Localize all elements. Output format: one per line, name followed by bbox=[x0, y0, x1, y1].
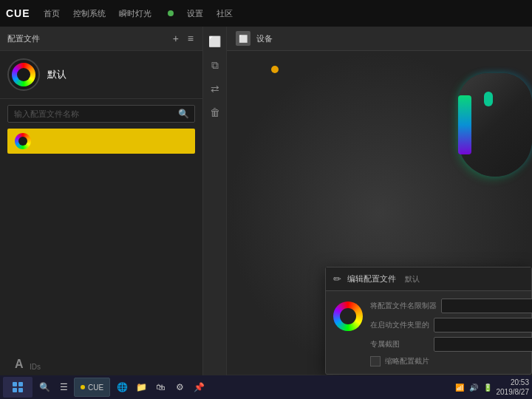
view-area: ⬜ 设备 ✏ 编辑配置文件 默认 bbox=[227, 27, 532, 375]
field-label-1: 将配置文件名限制器 bbox=[370, 301, 437, 311]
checkbox-row: 缩略配置截片 bbox=[370, 356, 532, 366]
taskbar-icon-extra[interactable]: 📌 bbox=[190, 378, 208, 396]
modal-title: 编辑配置文件 bbox=[347, 273, 396, 284]
nav-control[interactable]: 控制系统 bbox=[73, 8, 106, 19]
left-panel: 配置文件 + ≡ 默认 🔍 bbox=[0, 27, 203, 375]
search-icon: 🔍 bbox=[178, 109, 189, 119]
search-input[interactable] bbox=[7, 105, 195, 123]
system-tray: 📶 🔊 🔋 bbox=[454, 381, 494, 393]
modal-profile-inner bbox=[340, 308, 356, 324]
taskbar-icon-store[interactable]: 🛍 bbox=[151, 378, 169, 396]
ids-text: IDs bbox=[30, 363, 41, 371]
top-navigation: CUE 首页 控制系统 瞬时灯光 设置 社区 bbox=[0, 0, 532, 27]
status-indicator bbox=[168, 10, 174, 16]
panel-title: 配置文件 bbox=[7, 33, 40, 44]
taskbar-icon-folder[interactable]: 📁 bbox=[132, 378, 150, 396]
clock-date: 2019/8/27 bbox=[497, 387, 530, 397]
nav-settings[interactable]: 设置 bbox=[187, 8, 203, 19]
start-sq-3 bbox=[13, 388, 17, 392]
profile-list-inner bbox=[18, 137, 27, 146]
modal-profile-icon bbox=[333, 301, 363, 331]
app-logo: CUE bbox=[6, 7, 30, 19]
device-view: ✏ 编辑配置文件 默认 将配置文件名限制器 在启动文件夹里的 bbox=[227, 51, 532, 375]
taskbar-clock: 20:53 2019/8/27 bbox=[497, 378, 530, 397]
swap-icon[interactable]: ⇄ bbox=[206, 80, 224, 98]
profile-list-item[interactable] bbox=[7, 129, 195, 154]
device-header: ⬜ 设备 bbox=[227, 27, 532, 51]
field-input-1[interactable] bbox=[441, 299, 532, 313]
battery-icon: 🔋 bbox=[482, 381, 494, 393]
add-profile-button[interactable]: + bbox=[171, 31, 180, 46]
taskbar-task-icon[interactable]: ☰ bbox=[55, 378, 72, 396]
profile-name: 默认 bbox=[47, 68, 66, 81]
mouse-scroll-wheel bbox=[484, 92, 493, 106]
profile-list-icon bbox=[15, 133, 31, 149]
windows-logo bbox=[13, 382, 23, 392]
app-btn-label: CUE bbox=[88, 383, 103, 392]
list-view-button[interactable]: ≡ bbox=[186, 31, 195, 46]
copy-icon[interactable]: ⧉ bbox=[206, 56, 224, 74]
mouse-glow bbox=[458, 95, 471, 154]
wifi-icon: 📶 bbox=[454, 381, 466, 393]
field-input-3[interactable] bbox=[434, 337, 532, 352]
mouse-image bbox=[443, 66, 532, 184]
taskbar-icon-settings[interactable]: ⚙ bbox=[171, 378, 188, 396]
default-profile-card: 默认 bbox=[0, 51, 202, 99]
start-sq-4 bbox=[18, 388, 23, 392]
search-bar: 🔍 bbox=[7, 105, 195, 123]
device-icon: ⬜ bbox=[236, 31, 250, 46]
rainbow-icon bbox=[12, 63, 35, 86]
checkbox-label: 缩略配置截片 bbox=[385, 356, 429, 366]
field-row-2: 在启动文件夹里的 bbox=[370, 318, 532, 332]
modal-body: 将配置文件名限制器 在启动文件夹里的 专属截图 bbox=[326, 291, 531, 374]
field-row-3: 专属截图 bbox=[370, 337, 532, 352]
device-title: 设备 bbox=[256, 33, 273, 44]
mouse-body bbox=[458, 73, 532, 177]
field-input-2[interactable] bbox=[434, 318, 532, 332]
right-icon-bar: ⬜ ⧉ ⇄ 🗑 bbox=[203, 27, 227, 375]
panel-header-actions: + ≡ bbox=[171, 31, 195, 46]
taskbar: 🔍 ☰ CUE 🌐 📁 🛍 ⚙ 📌 📶 🔊 🔋 20:53 2019/8/27 bbox=[0, 375, 532, 399]
start-sq-1 bbox=[13, 382, 17, 386]
profile-icon bbox=[7, 58, 40, 91]
taskbar-right: 📶 🔊 🔋 20:53 2019/8/27 bbox=[454, 378, 530, 397]
nav-community[interactable]: 社区 bbox=[216, 8, 233, 19]
edit-icon: ✏ bbox=[333, 273, 341, 284]
taskbar-icon-chrome[interactable]: 🌐 bbox=[113, 378, 131, 396]
taskbar-left: 🔍 ☰ CUE 🌐 📁 🛍 ⚙ 📌 bbox=[35, 378, 454, 397]
edit-profile-modal: ✏ 编辑配置文件 默认 将配置文件名限制器 在启动文件夹里的 bbox=[325, 267, 532, 375]
field-label-2: 在启动文件夹里的 bbox=[370, 320, 429, 330]
modal-subtitle: 默认 bbox=[405, 274, 420, 284]
modal-fields: 将配置文件名限制器 在启动文件夹里的 专属截图 bbox=[370, 299, 532, 366]
taskbar-search-icon[interactable]: 🔍 bbox=[35, 378, 53, 396]
orange-dot bbox=[271, 66, 279, 73]
thumbnail-checkbox[interactable] bbox=[370, 356, 381, 366]
clock-time: 20:53 bbox=[497, 378, 530, 387]
modal-header: ✏ 编辑配置文件 默认 bbox=[326, 267, 531, 291]
panel-header: 配置文件 + ≡ bbox=[0, 27, 202, 51]
volume-icon: 🔊 bbox=[468, 381, 480, 393]
bottom-label-a: A bbox=[15, 358, 24, 371]
start-button[interactable] bbox=[3, 377, 33, 398]
nav-home[interactable]: 首页 bbox=[44, 8, 60, 19]
field-label-3: 专属截图 bbox=[370, 339, 429, 349]
start-sq-2 bbox=[18, 382, 23, 386]
nav-lighting[interactable]: 瞬时灯光 bbox=[119, 8, 151, 19]
rainbow-inner bbox=[17, 68, 30, 81]
delete-icon[interactable]: 🗑 bbox=[206, 103, 224, 121]
app-dot bbox=[81, 385, 85, 389]
field-row-1: 将配置文件名限制器 bbox=[370, 299, 532, 313]
cue-taskbar-button[interactable]: CUE bbox=[74, 378, 110, 397]
monitor-icon[interactable]: ⬜ bbox=[206, 33, 224, 50]
main-content: 配置文件 + ≡ 默认 🔍 bbox=[0, 27, 532, 375]
